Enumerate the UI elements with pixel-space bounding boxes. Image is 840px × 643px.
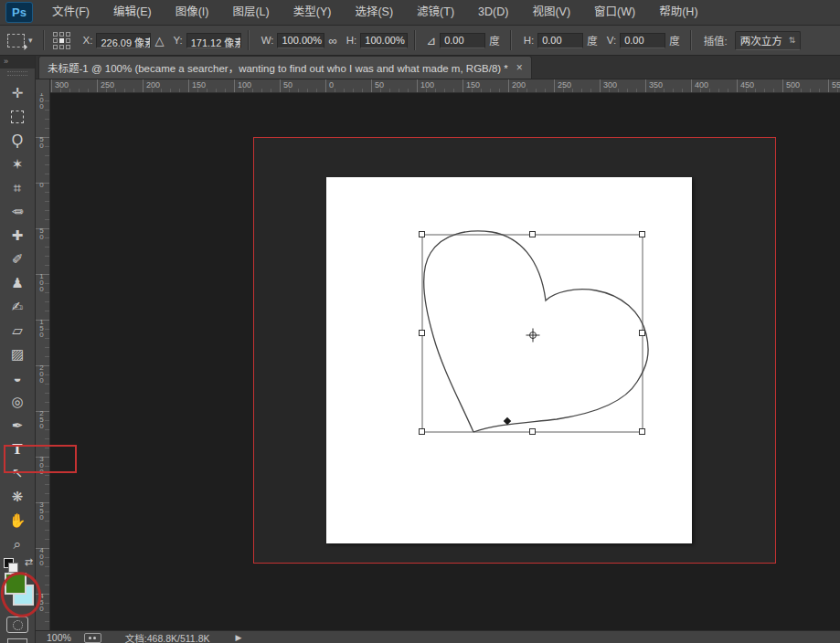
document-tab-title: 未标题-1 @ 100% (became a searcher，wanting … xyxy=(48,60,508,75)
ruler-label: 0 xyxy=(329,80,334,90)
transform-handle[interactable] xyxy=(639,231,645,237)
move-tool[interactable]: ✛ xyxy=(4,81,31,105)
default-colors-icon[interactable] xyxy=(4,558,14,568)
collapse-panel-button[interactable]: » xyxy=(0,56,35,69)
y-position-field[interactable]: 171.12 像素 xyxy=(186,33,241,48)
swap-colors-icon[interactable]: ⇄ xyxy=(25,556,33,568)
path-selection-tool[interactable]: ↖ xyxy=(4,461,31,485)
transform-handle[interactable] xyxy=(639,330,645,336)
clone-stamp-tool[interactable]: ♟ xyxy=(4,271,31,295)
menu-items: 文件(F)编辑(E)图像(I)图层(L)类型(Y)选择(S)滤镜(T)3D(D)… xyxy=(40,0,710,25)
status-expand-icon[interactable]: ▶ xyxy=(235,633,241,642)
menu-item[interactable]: 类型(Y) xyxy=(282,0,344,25)
x-position-field[interactable]: 226.09 像素 xyxy=(96,33,151,48)
transform-handle[interactable] xyxy=(529,231,536,237)
history-brush-icon: ✍ xyxy=(12,300,24,313)
menu-item[interactable]: 3D(D) xyxy=(466,0,520,25)
close-tab-icon[interactable]: × xyxy=(516,61,523,74)
interpolation-value: 两次立方 xyxy=(740,33,782,47)
blur-tool[interactable]: ◒ xyxy=(4,366,31,390)
menu-item[interactable]: 图像(I) xyxy=(164,0,221,25)
menu-item[interactable]: 编辑(E) xyxy=(101,0,164,25)
lasso-tool[interactable]: Ϙ xyxy=(4,129,31,153)
marquee-icon xyxy=(11,111,24,123)
width-scale-field[interactable]: 100.00% xyxy=(277,33,324,48)
ruler-label: 100 xyxy=(37,93,46,109)
history-brush-tool[interactable]: ✍ xyxy=(4,295,31,319)
menu-item[interactable]: 选择(S) xyxy=(343,0,405,25)
menu-item[interactable]: 视图(V) xyxy=(520,0,582,25)
rotation-field[interactable]: 0.00 xyxy=(440,33,485,48)
skew-v-field[interactable]: 0.00 xyxy=(620,33,665,48)
healing-brush-tool[interactable]: ✚ xyxy=(4,224,31,248)
transform-handle[interactable] xyxy=(419,428,425,435)
dodge-tool[interactable]: ◎ xyxy=(4,390,31,414)
menu-item[interactable]: 文件(F) xyxy=(40,0,101,25)
skew-h-field[interactable]: 0.00 xyxy=(537,33,583,48)
transform-handle[interactable] xyxy=(529,428,536,435)
x-label: X: xyxy=(83,35,93,46)
eyedropper-icon: ✎ xyxy=(8,203,27,221)
horizontal-ruler[interactable]: 3002502001501005005010015020025030035040… xyxy=(50,79,840,93)
menu-item[interactable]: 窗口(W) xyxy=(582,0,647,25)
paint-bucket-tool[interactable]: ▨ xyxy=(4,343,31,366)
hand-tool[interactable]: ✋ xyxy=(4,509,31,532)
menu-item[interactable]: 图层(L) xyxy=(220,0,281,25)
ruler-label: 250 xyxy=(101,80,114,90)
vertical-ruler[interactable]: 10050050100150200250300350400450 xyxy=(36,93,50,630)
ruler-label: 400 xyxy=(695,80,708,90)
reference-point-locator[interactable] xyxy=(53,32,70,49)
relative-position-toggle[interactable]: △ xyxy=(151,34,167,47)
path-selection-icon: ↖ xyxy=(12,466,24,480)
pen-tool[interactable]: ✒ xyxy=(4,414,31,437)
ruler-label: 0 xyxy=(37,181,46,187)
type-tool[interactable]: T xyxy=(4,437,31,461)
pen-icon: ✒ xyxy=(12,418,24,432)
move-icon: ✛ xyxy=(12,86,24,100)
photoshop-logo: Ps xyxy=(5,2,33,23)
magic-wand-tool[interactable]: ✶ xyxy=(4,153,31,176)
interpolation-label: 插值: xyxy=(704,33,728,47)
chevron-down-icon[interactable]: ▾ xyxy=(28,36,33,45)
marquee-tool[interactable] xyxy=(4,105,31,129)
type-icon: T xyxy=(12,441,22,457)
height-scale-field[interactable]: 100.00% xyxy=(360,33,408,48)
status-bar: 100% 文档:468.8K/511.8K ▶ xyxy=(36,630,840,643)
degree-label: 度 xyxy=(669,33,680,47)
degree-label: 度 xyxy=(587,33,598,47)
transform-handle[interactable] xyxy=(639,428,645,435)
quick-mask-button[interactable] xyxy=(6,617,28,633)
menu-item[interactable]: 滤镜(T) xyxy=(405,0,466,25)
hand-icon: ✋ xyxy=(9,513,27,527)
document-size-info[interactable]: 文档:468.8K/511.8K xyxy=(125,631,210,643)
crop-icon: ⌗ xyxy=(14,181,21,195)
scratch-disk-icon xyxy=(84,633,101,643)
updown-arrows-icon: ⇅ xyxy=(789,36,796,45)
ruler-label: 250 xyxy=(37,409,46,428)
eyedropper-tool[interactable]: ✎ xyxy=(4,200,31,224)
zoom-level-field[interactable]: 100% xyxy=(47,632,71,643)
document-tab[interactable]: 未标题-1 @ 100% (became a searcher，wanting … xyxy=(38,56,532,79)
magic-wand-icon: ✶ xyxy=(12,157,24,171)
transform-handle[interactable] xyxy=(419,231,425,237)
brush-tool[interactable]: ✐ xyxy=(4,248,31,271)
document-page[interactable] xyxy=(326,177,692,543)
eraser-tool[interactable]: ▱ xyxy=(4,319,31,343)
ruler-corner[interactable] xyxy=(36,79,50,94)
link-dimensions-icon[interactable]: ∞ xyxy=(324,34,340,47)
custom-shape-tool[interactable]: ❋ xyxy=(4,485,31,509)
ruler-label: 50 xyxy=(283,80,292,90)
ruler-label: 500 xyxy=(786,80,800,90)
y-label: Y: xyxy=(173,35,182,46)
lasso-icon: Ϙ xyxy=(12,133,23,148)
screen-mode-button[interactable] xyxy=(7,638,27,643)
interpolation-dropdown[interactable]: 两次立方 ⇅ xyxy=(735,31,802,50)
panel-grip[interactable] xyxy=(7,71,27,76)
menu-item[interactable]: 帮助(H) xyxy=(647,0,709,25)
quick-mask-icon xyxy=(13,620,23,630)
ruler-label: 150 xyxy=(192,80,206,90)
foreground-color-swatch[interactable] xyxy=(5,573,27,595)
transform-handle[interactable] xyxy=(419,330,425,336)
crop-tool[interactable]: ⌗ xyxy=(4,176,31,200)
zoom-tool[interactable]: ⌕ xyxy=(4,532,31,556)
